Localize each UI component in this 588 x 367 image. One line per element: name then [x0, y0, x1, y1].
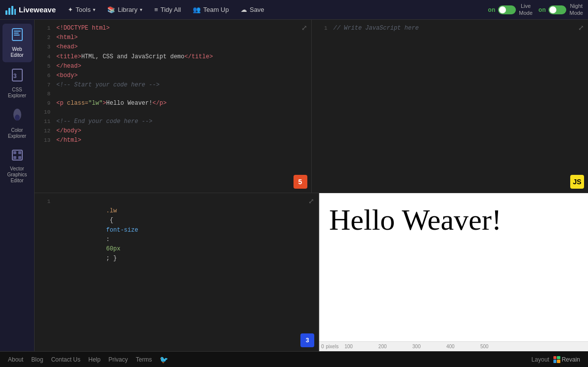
- twitter-icon[interactable]: 🐦: [160, 356, 168, 364]
- sidebar-item-color-explorer[interactable]: ColorExplorer: [2, 105, 32, 143]
- js-editor-panel: 1// Write JavaScript here ⤢ JS: [312, 20, 588, 193]
- save-label: Save: [250, 6, 264, 13]
- night-mode-toggle-group: on NightMode: [539, 3, 583, 16]
- sq-blue: [553, 360, 557, 363]
- ruler-mark-300: 300: [413, 344, 421, 349]
- team-icon: 👥: [193, 6, 201, 13]
- night-mode-knob: [549, 6, 556, 13]
- html-editor-code[interactable]: 1<!DOCTYPE html> 2<html> 3<head> 4<title…: [35, 20, 311, 193]
- svg-rect-1: [8, 8, 10, 15]
- revain-logo: Revain: [553, 356, 580, 363]
- svg-rect-5: [14, 31, 21, 32]
- sidebar-item-vector-graphics-editor[interactable]: VectorGraphicsEditor: [2, 145, 32, 188]
- brand-icon: [5, 4, 16, 15]
- css-badge: 3: [300, 333, 314, 347]
- nav-right: on LiveMode on NightMode: [488, 3, 583, 16]
- brand-name: Liveweave: [19, 5, 56, 14]
- html-expand-button[interactable]: ⤢: [301, 24, 307, 32]
- svg-rect-6: [14, 33, 19, 34]
- svg-text:3: 3: [13, 73, 17, 80]
- sidebar-item-web-editor[interactable]: WebEditor: [2, 24, 32, 62]
- footer-blog-link[interactable]: Blog: [31, 356, 43, 363]
- save-icon: ☁: [241, 6, 247, 13]
- css-editor-code[interactable]: 1 .lw { font-size : 60px ; }: [35, 193, 318, 351]
- preview-panel: Hello Weaver! 0 pixels 100 200 300 400 5…: [319, 193, 588, 351]
- live-mode-toggle[interactable]: [498, 5, 516, 14]
- code-line: 11<!-- End your code here -->: [35, 117, 311, 126]
- ruler-mark-400: 400: [446, 344, 455, 349]
- ruler-mark-100: 100: [344, 344, 353, 349]
- tidy-all-label: Tidy All: [161, 6, 181, 13]
- brand-logo[interactable]: Liveweave: [5, 4, 56, 15]
- css-explorer-icon: 3: [11, 68, 23, 85]
- code-line: 6<body>: [35, 71, 311, 81]
- web-editor-icon: [11, 28, 23, 44]
- preview-content: Hello Weaver!: [319, 193, 588, 341]
- night-mode-on-label: on: [539, 6, 546, 13]
- ruler-zero: 0: [321, 344, 324, 349]
- sidebar-item-css-explorer[interactable]: 3 CSSExplorer: [2, 64, 32, 103]
- nav-save[interactable]: ☁ Save: [236, 4, 269, 15]
- footer-help-link[interactable]: Help: [88, 356, 101, 363]
- js-badge: JS: [570, 175, 584, 189]
- nav-tools[interactable]: ✦ Tools ▾: [63, 4, 100, 15]
- nav-team-up[interactable]: 👥 Team Up: [188, 4, 234, 15]
- library-icon: 📚: [107, 6, 115, 13]
- svg-rect-14: [18, 151, 21, 154]
- code-line: 1<!DOCTYPE html>: [35, 24, 311, 33]
- css-editor-panel: 1 .lw { font-size : 60px ; } ⤢ 3: [35, 193, 319, 351]
- html-badge: 5: [294, 175, 307, 189]
- live-mode-on-label: on: [488, 6, 496, 13]
- sq-red: [553, 356, 557, 360]
- code-line: 8: [35, 90, 311, 99]
- color-explorer-label: ColorExplorer: [8, 127, 26, 139]
- sq-orange: [557, 360, 560, 363]
- svg-rect-7: [14, 35, 20, 36]
- vector-graphics-icon: [11, 149, 23, 164]
- editors-top-row: 1<!DOCTYPE html> 2<html> 3<head> 4<title…: [35, 20, 588, 193]
- live-mode-knob: [499, 6, 506, 13]
- night-mode-toggle[interactable]: [548, 5, 566, 14]
- nav-tidy-all[interactable]: ≡ Tidy All: [149, 4, 186, 15]
- code-line: 1// Write JavaScript here: [312, 24, 588, 33]
- team-up-label: Team Up: [203, 6, 229, 13]
- footer-contact-link[interactable]: Contact Us: [51, 356, 80, 363]
- footer-about-link[interactable]: About: [8, 356, 23, 363]
- footer-privacy-link[interactable]: Privacy: [108, 356, 127, 363]
- html-editor-panel: 1<!DOCTYPE html> 2<html> 3<head> 4<title…: [35, 20, 312, 193]
- svg-point-11: [15, 115, 20, 121]
- sidebar: WebEditor 3 CSSExplorer ColorExplorer: [0, 20, 35, 351]
- code-line: 7<!-- Start your code here -->: [35, 81, 311, 90]
- tools-chevron-icon: ▾: [93, 7, 95, 12]
- svg-rect-2: [11, 6, 13, 15]
- tools-icon: ✦: [68, 6, 73, 13]
- library-chevron-icon: ▾: [140, 7, 142, 12]
- live-mode-label: LiveMode: [519, 3, 533, 16]
- code-line: 10: [35, 108, 311, 117]
- code-line: 12</body>: [35, 126, 311, 136]
- svg-rect-16: [18, 156, 21, 159]
- footer: About Blog Contact Us Help Privacy Terms…: [0, 351, 588, 367]
- revain-text: Revain: [562, 356, 580, 363]
- night-mode-label: NightMode: [569, 3, 583, 16]
- main-area: WebEditor 3 CSSExplorer ColorExplorer: [0, 20, 588, 351]
- code-line: 13</html>: [35, 136, 311, 145]
- preview-hello-text: Hello Weaver!: [329, 204, 502, 236]
- color-explorer-icon: [11, 109, 23, 125]
- nav-library[interactable]: 📚 Library ▾: [102, 4, 147, 15]
- layout-button[interactable]: Layout: [532, 356, 549, 363]
- code-line: 5</head>: [35, 62, 311, 71]
- js-expand-button[interactable]: ⤢: [578, 24, 584, 32]
- code-line: 3<head>: [35, 42, 311, 52]
- ruler-mark-200: 200: [378, 344, 387, 349]
- tidy-icon: ≡: [154, 6, 158, 13]
- sq-green: [557, 356, 560, 360]
- top-nav: Liveweave ✦ Tools ▾ 📚 Library ▾ ≡ Tidy A…: [0, 0, 588, 20]
- code-line: 2<html>: [35, 33, 311, 42]
- js-editor-code[interactable]: 1// Write JavaScript here: [312, 20, 588, 193]
- css-expand-button[interactable]: ⤢: [308, 197, 314, 205]
- svg-rect-0: [5, 10, 7, 15]
- web-editor-label: WebEditor: [10, 46, 23, 58]
- css-explorer-label: CSSExplorer: [8, 87, 26, 99]
- footer-terms-link[interactable]: Terms: [136, 356, 152, 363]
